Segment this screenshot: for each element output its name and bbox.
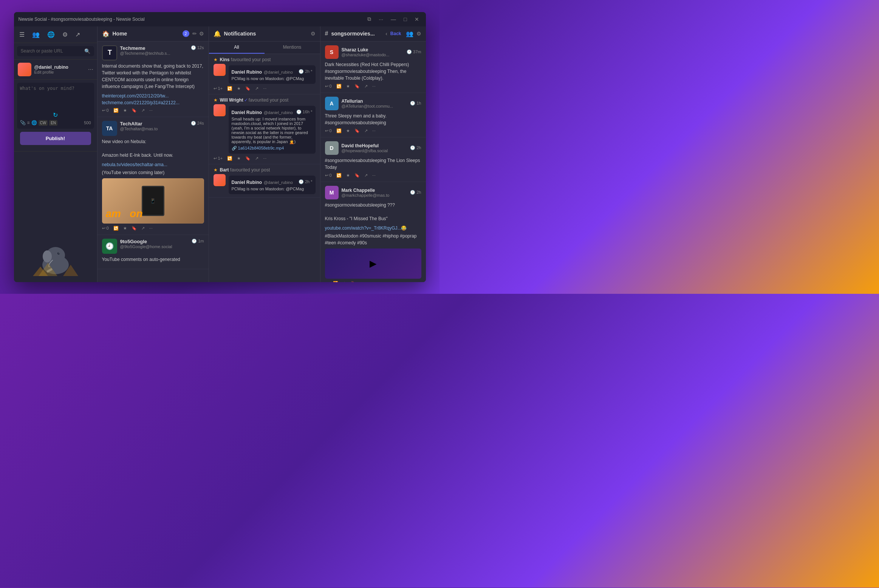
- ht-actions: ↩ 🔁 ★ 🔖 ↗ ···: [325, 281, 421, 282]
- favourite-btn[interactable]: ★: [346, 84, 350, 89]
- share-btn[interactable]: ↗: [141, 108, 145, 113]
- window-more-btn[interactable]: ···: [376, 15, 385, 23]
- reply-btn[interactable]: ↩ 1+: [214, 86, 223, 91]
- reply-btn[interactable]: ↩ 1+: [214, 156, 223, 161]
- ht-handle: @ATellurian@toot.commu...: [342, 104, 407, 108]
- reply-btn[interactable]: ↩ 0: [325, 173, 332, 178]
- post-techmeme: T Techmeme @Techmeme@techhub.s... 🕐 12s …: [97, 42, 209, 117]
- more-btn[interactable]: ···: [372, 173, 376, 177]
- post-handle: @Techaltar@mas.to: [120, 127, 188, 131]
- globe-icon[interactable]: 🌐: [46, 29, 56, 40]
- hashtag-title: songsormovies...: [331, 31, 382, 37]
- post-link[interactable]: nebula.tv/videos/techaltar-ama...: [102, 162, 167, 167]
- boost-btn[interactable]: 🔁: [227, 156, 232, 161]
- home-compose-btn[interactable]: ✏: [192, 31, 197, 37]
- boost-btn[interactable]: 🔁: [113, 108, 119, 113]
- share-btn[interactable]: ↗: [141, 226, 145, 231]
- settings-icon[interactable]: ⚙: [61, 29, 69, 40]
- more-btn[interactable]: ···: [149, 108, 153, 113]
- window-maximize-btn[interactable]: □: [401, 15, 409, 23]
- more-btn[interactable]: ···: [372, 128, 376, 133]
- visibility-icon[interactable]: 🌐: [31, 120, 37, 125]
- ht-body: Three Sleepy men and a baby. #songsormov…: [325, 113, 421, 126]
- favourite-btn[interactable]: ★: [346, 128, 350, 133]
- bookmark-btn[interactable]: 🔖: [354, 84, 360, 89]
- bookmark-btn[interactable]: 🔖: [354, 128, 360, 133]
- profile-menu-icon[interactable]: ⋯: [88, 66, 93, 73]
- more-btn[interactable]: ···: [263, 86, 266, 91]
- edit-profile-link[interactable]: Edit profile: [34, 70, 85, 74]
- boost-btn[interactable]: 🔁: [227, 86, 232, 91]
- more-btn[interactable]: ···: [263, 156, 266, 161]
- lang-btn[interactable]: EN: [49, 120, 57, 126]
- more-btn[interactable]: ···: [372, 84, 376, 88]
- window-close-btn[interactable]: ✕: [412, 15, 421, 23]
- bookmark-btn[interactable]: 🔖: [351, 281, 356, 282]
- share-btn[interactable]: ↗: [255, 86, 258, 91]
- list-icon[interactable]: ≡: [27, 120, 30, 125]
- post-meta: 9to5Google @9to5Google@home.social: [120, 239, 189, 249]
- compose-textarea[interactable]: [20, 86, 91, 108]
- post-link-2[interactable]: techmeme.com/221220/p31#a22122...: [102, 100, 180, 105]
- ht-avatar-mark: M: [325, 186, 339, 199]
- window-expand-btn[interactable]: ⧉: [365, 15, 373, 23]
- ht-post-header: S Sharaz Luke @sharazluke@mastodo... 🕐 3…: [325, 45, 421, 59]
- boost-btn[interactable]: 🔁: [336, 173, 342, 178]
- tab-all[interactable]: All: [209, 42, 265, 54]
- window-minimize-btn[interactable]: —: [388, 15, 398, 23]
- back-button[interactable]: Back: [390, 31, 401, 36]
- favourite-btn[interactable]: ★: [346, 173, 350, 178]
- favourite-btn[interactable]: ★: [237, 86, 241, 91]
- compose-icon[interactable]: ↗: [74, 29, 82, 40]
- reply-btn[interactable]: ↩ 0: [102, 226, 109, 231]
- search-area: 🔍: [14, 43, 97, 60]
- boost-btn[interactable]: 🔁: [333, 281, 338, 282]
- favourite-btn[interactable]: ★: [237, 156, 241, 161]
- notif-post-handle: @daniel_rubino: [264, 110, 293, 115]
- notif-post-time: 🕐 2h *: [299, 69, 313, 74]
- boost-btn[interactable]: 🔁: [336, 84, 342, 89]
- reply-btn[interactable]: ↩ 0: [102, 108, 109, 113]
- boost-btn[interactable]: 🔁: [113, 226, 119, 231]
- hashtag-add-people-icon[interactable]: 👥: [406, 30, 413, 37]
- menu-icon[interactable]: ☰: [18, 29, 26, 40]
- bookmark-btn[interactable]: 🔖: [245, 156, 251, 161]
- cw-btn[interactable]: CW: [39, 120, 48, 126]
- share-btn[interactable]: ↗: [364, 84, 368, 89]
- reply-btn[interactable]: ↩: [325, 281, 328, 282]
- bookmark-btn[interactable]: 🔖: [354, 173, 360, 178]
- home-badge: 2: [183, 30, 189, 37]
- favourite-btn[interactable]: ★: [343, 281, 347, 282]
- star-icon: ★: [214, 57, 218, 62]
- reply-btn[interactable]: ↩ 0: [325, 84, 332, 89]
- attachment-icon[interactable]: 📎: [20, 120, 26, 125]
- share-btn[interactable]: ↗: [364, 173, 368, 178]
- boost-btn[interactable]: 🔁: [336, 128, 342, 133]
- accounts-icon[interactable]: 👥: [31, 29, 41, 40]
- ht-link[interactable]: youtube.com/watch?v=_Tr8KRqyGJ...😂: [325, 225, 407, 231]
- bookmark-btn[interactable]: 🔖: [132, 226, 137, 231]
- share-btn[interactable]: ↗: [364, 128, 368, 133]
- favourite-btn[interactable]: ★: [123, 108, 127, 113]
- reply-btn[interactable]: ↩ 0: [325, 128, 332, 133]
- notif-fav-line: ★ Will Wright ✓ favourited your post: [214, 97, 316, 103]
- ht-author: Mark Chappelle: [342, 188, 407, 193]
- bookmark-btn[interactable]: 🔖: [132, 108, 137, 113]
- search-input[interactable]: [21, 48, 81, 54]
- ht-post-meta: ATellurian @ATellurian@toot.commu...: [342, 99, 407, 108]
- bookmark-btn[interactable]: 🔖: [245, 86, 251, 91]
- share-btn[interactable]: ↗: [255, 156, 258, 161]
- notifications-settings-btn[interactable]: ⚙: [311, 31, 316, 37]
- hashtag-settings-icon[interactable]: ⚙: [416, 31, 421, 37]
- post-body-extra: (YouTube version coming later): [102, 169, 204, 176]
- more-btn[interactable]: ···: [369, 281, 372, 282]
- post-link-1[interactable]: theintercept.com/2022/12/20/tw...: [102, 93, 169, 99]
- tab-mentions[interactable]: Mentions: [265, 42, 320, 54]
- share-btn[interactable]: ↗: [361, 281, 364, 282]
- favourite-btn[interactable]: ★: [123, 226, 127, 231]
- more-btn[interactable]: ···: [149, 226, 153, 230]
- notif-post-author: Daniel Rubino: [232, 69, 262, 75]
- time-icon: 🕐: [191, 121, 196, 125]
- home-settings-btn[interactable]: ⚙: [199, 31, 204, 37]
- publish-button[interactable]: Publish!: [20, 132, 91, 145]
